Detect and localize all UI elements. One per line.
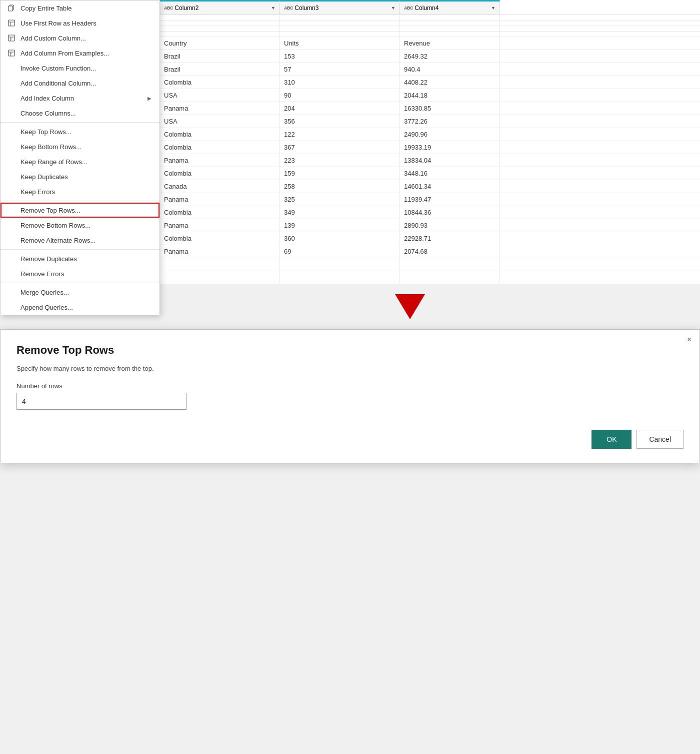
col4-name: Column4: [414, 5, 489, 12]
menu-item-add-column-from-examples---[interactable]: +Add Column From Examples...: [0, 46, 160, 61]
cell-col2: Colombia: [160, 167, 280, 180]
cell-col3: 122: [280, 128, 400, 141]
menu-item-keep-bottom-rows---[interactable]: Keep Bottom Rows...: [0, 139, 160, 154]
menu-item-remove-bottom-rows---[interactable]: Remove Bottom Rows...: [0, 218, 160, 233]
dialog-close-button[interactable]: ×: [687, 336, 692, 344]
menu-item-icon: +: [6, 34, 16, 42]
menu-item-keep-range-of-rows---[interactable]: Keep Range of Rows...: [0, 154, 160, 169]
menu-item-icon: [6, 143, 16, 151]
menu-separator: [0, 122, 160, 123]
cell-col2: USA: [160, 115, 280, 128]
cell-col2: [160, 271, 280, 284]
col4-dropdown-icon[interactable]: ▼: [491, 6, 496, 11]
menu-item-merge-queries---[interactable]: Merge Queries...: [0, 285, 160, 300]
menu-item-append-queries---[interactable]: Append Queries...: [0, 300, 160, 315]
col2-type-icon: ABC: [164, 6, 173, 11]
menu-item-invoke-custom-function---[interactable]: Invoke Custom Function...: [0, 61, 160, 76]
menu-item-label: Copy Entire Table: [20, 5, 152, 12]
menu-item-label: Append Queries...: [20, 304, 152, 311]
menu-item-label: Use First Row as Headers: [20, 20, 152, 27]
context-menu: Copy Entire TableUse First Row as Header…: [0, 0, 160, 315]
cell-col3: 310: [280, 76, 400, 89]
menu-item-icon: [6, 94, 16, 102]
cell-col4: [400, 32, 500, 37]
cell-col4: 16330.85: [400, 102, 500, 115]
menu-item-icon: [6, 173, 16, 181]
menu-item-add-custom-column---[interactable]: +Add Custom Column...: [0, 31, 160, 46]
menu-item-remove-alternate-rows---[interactable]: Remove Alternate Rows...: [0, 233, 160, 248]
menu-item-label: Keep Range of Rows...: [20, 158, 152, 166]
arrow-down-shape: [395, 294, 425, 319]
cell-col4: [400, 26, 500, 31]
menu-item-icon: +: [6, 49, 16, 57]
cell-col4: [400, 15, 500, 20]
cell-col4: 2890.93: [400, 219, 500, 232]
cell-col2: Brazil: [160, 63, 280, 76]
cell-col2: [160, 32, 280, 37]
menu-item-remove-errors[interactable]: Remove Errors: [0, 266, 160, 281]
column4-header[interactable]: ABC Column4 ▼: [400, 0, 500, 15]
cell-col4: 940.4: [400, 63, 500, 76]
menu-item-label: Merge Queries...: [20, 289, 152, 296]
cell-col3: [280, 258, 400, 271]
cell-col4: [400, 271, 500, 284]
col3-dropdown-icon[interactable]: ▼: [391, 6, 396, 11]
col2-dropdown-icon[interactable]: ▼: [271, 6, 276, 11]
menu-item-label: Keep Errors: [20, 188, 152, 196]
cell-col4: 22928.71: [400, 232, 500, 245]
svg-text:+: +: [11, 52, 13, 55]
svg-rect-1: [8, 6, 12, 11]
cancel-button[interactable]: Cancel: [636, 430, 684, 449]
cell-col2: [160, 15, 280, 20]
menu-item-label: Add Column From Examples...: [20, 50, 152, 57]
menu-item-label: Invoke Custom Function...: [20, 65, 152, 72]
menu-item-remove-top-rows---[interactable]: Remove Top Rows...: [0, 203, 160, 218]
menu-item-label: Keep Duplicates: [20, 173, 152, 181]
menu-item-label: Add Custom Column...: [20, 35, 152, 42]
menu-item-remove-duplicates[interactable]: Remove Duplicates: [0, 251, 160, 266]
menu-separator: [0, 201, 160, 201]
menu-item-keep-duplicates[interactable]: Keep Duplicates: [0, 169, 160, 184]
column3-header[interactable]: ABC Column3 ▼: [280, 0, 400, 15]
menu-separator: [0, 283, 160, 283]
number-of-rows-label: Number of rows: [16, 382, 684, 390]
col4-type-icon: ABC: [404, 6, 413, 11]
menu-item-icon: [6, 4, 16, 12]
menu-item-label: Choose Columns...: [20, 110, 152, 117]
cell-col3: 360: [280, 232, 400, 245]
menu-item-keep-errors[interactable]: Keep Errors: [0, 184, 160, 199]
menu-item-use-first-row-as-headers[interactable]: Use First Row as Headers: [0, 16, 160, 31]
cell-col3: [280, 271, 400, 284]
cell-col2: Panama: [160, 154, 280, 167]
cell-col4: 2044.18: [400, 89, 500, 102]
menu-item-add-index-column[interactable]: Add Index Column▶: [0, 91, 160, 106]
menu-item-icon: [6, 270, 16, 278]
cell-col4: 4408.22: [400, 76, 500, 89]
dialog-overlay: × Remove Top Rows Specify how many rows …: [0, 329, 700, 463]
menu-item-icon: [6, 109, 16, 117]
cell-col3: 258: [280, 180, 400, 193]
column2-header[interactable]: ABC Column2 ▼: [160, 0, 280, 15]
cell-col3: 325: [280, 193, 400, 206]
menu-item-icon: [6, 288, 16, 296]
cell-col3: [280, 15, 400, 20]
menu-item-icon: [6, 303, 16, 311]
menu-item-keep-top-rows---[interactable]: Keep Top Rows...: [0, 124, 160, 139]
cell-col4: 19933.19: [400, 141, 500, 154]
submenu-arrow-icon: ▶: [148, 96, 152, 101]
cell-col4: [400, 258, 500, 271]
cell-col2: Panama: [160, 219, 280, 232]
cell-col2: [160, 258, 280, 271]
cell-col4: 13834.04: [400, 154, 500, 167]
menu-item-add-conditional-column---[interactable]: Add Conditional Column...: [0, 76, 160, 91]
cell-col2: Colombia: [160, 128, 280, 141]
cell-col4: 10844.36: [400, 206, 500, 219]
menu-item-choose-columns---[interactable]: Choose Columns...: [0, 106, 160, 121]
ok-button[interactable]: OK: [592, 430, 632, 449]
cell-col3: 90: [280, 89, 400, 102]
menu-item-icon: [6, 236, 16, 244]
number-of-rows-input[interactable]: [16, 393, 186, 410]
cell-col2: USA: [160, 89, 280, 102]
menu-item-copy-entire-table[interactable]: Copy Entire Table: [0, 1, 160, 16]
menu-item-icon: [6, 188, 16, 196]
